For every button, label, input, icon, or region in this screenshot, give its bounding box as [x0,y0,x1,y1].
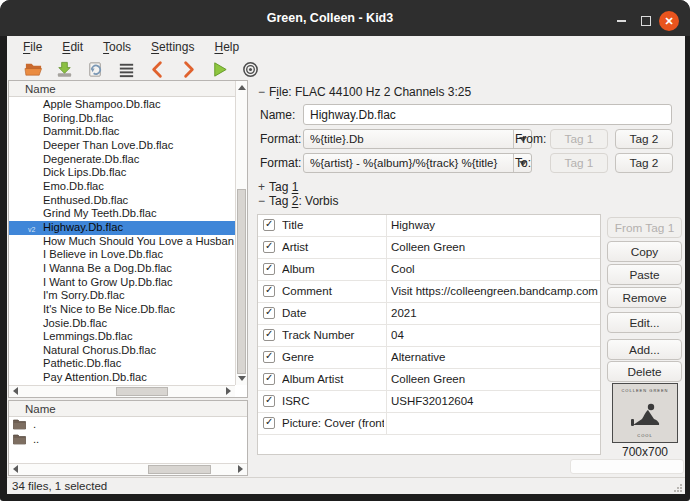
tag-field-checkbox[interactable] [263,417,275,429]
file-row[interactable]: I Believe in Love.Db.flac [9,248,235,262]
collapse-toggle-icon[interactable]: − [258,85,269,99]
tag-row[interactable]: Title Highway [258,215,600,237]
tag-field-checkbox[interactable] [263,351,275,363]
tag-field-value[interactable]: Colleen Green [391,369,598,390]
tag-row[interactable]: Date 2021 [258,303,600,325]
add-button[interactable]: Add... [607,339,682,360]
next-file-icon[interactable] [178,59,198,79]
file-row[interactable]: I Wanna Be a Dog.Db.flac [9,262,235,276]
tag-field-value[interactable]: Highway [391,215,598,236]
tag-field-value[interactable]: USHF32012604 [391,391,598,412]
menu-item[interactable]: File [13,38,52,56]
file-row[interactable]: Deeper Than Love.Db.flac [9,139,235,153]
file-list-horizontal-scrollbar[interactable] [9,385,235,397]
file-section-header[interactable]: −File: FLAC 44100 Hz 2 Channels 3:25 [258,85,471,99]
tag-field-value[interactable]: 04 [391,325,598,346]
remove-button[interactable]: Remove [607,287,682,308]
scroll-down-icon[interactable] [238,376,246,381]
file-row[interactable]: Lemmings.Db.flac [9,330,235,344]
file-row[interactable]: Natural Chorus.Db.flac [9,344,235,358]
scrollbar-thumb[interactable] [116,387,168,396]
file-row[interactable]: Grind My Teeth.Db.flac [9,207,235,221]
folder-list-horizontal-scrollbar[interactable] [9,463,247,475]
to-tag2-button[interactable]: Tag 2 [615,153,673,173]
tag1-section-header[interactable]: +Tag 1 [258,180,298,194]
scroll-right-icon[interactable] [238,465,243,473]
file-row[interactable]: Dick Lips.Db.flac [9,166,235,180]
file-row[interactable]: Apple Shampoo.Db.flac [9,98,235,112]
tag-row[interactable]: Album Cool [258,259,600,281]
file-row[interactable]: Josie.Db.flac [9,317,235,331]
file-row[interactable]: Pay Attention.Db.flac [9,371,235,385]
tag-field-checkbox[interactable] [263,263,275,275]
scroll-left-icon[interactable] [13,465,18,473]
maximize-button[interactable] [636,11,656,31]
open-folder-icon[interactable] [23,59,43,79]
file-row[interactable]: Pathetic.Db.flac [9,357,235,371]
file-row[interactable]: Boring.Db.flac [9,112,235,126]
scroll-left-icon[interactable] [13,387,18,395]
menu-item[interactable]: Tools [93,38,141,56]
file-row[interactable]: v2Highway.Db.flac [9,221,235,235]
tag-field-value[interactable]: Visit https://colleengreen.bandcamp.com [391,281,598,302]
expand-toggle-icon[interactable]: + [258,180,269,194]
tag-field-checkbox[interactable] [263,373,275,385]
tag-field-checkbox[interactable] [263,329,275,341]
to-tag1-button[interactable]: Tag 1 [550,153,608,173]
paste-button[interactable]: Paste [607,264,682,285]
copy-button[interactable]: Copy [607,241,682,262]
tag-row[interactable]: Picture: Cover (front) [258,413,600,435]
from-tag1-button[interactable]: Tag 1 [550,129,608,149]
from-tag2-button[interactable]: Tag 2 [615,129,673,149]
close-button[interactable]: ✕ [659,11,679,31]
tag-field-checkbox[interactable] [263,285,275,297]
play-icon[interactable] [209,59,229,79]
tag-field-checkbox[interactable] [263,219,275,231]
save-icon[interactable] [54,59,74,79]
revert-icon[interactable] [85,59,105,79]
tag-row[interactable]: Album Artist Colleen Green [258,369,600,391]
tag-field-value[interactable]: Cool [391,259,598,280]
tag-row[interactable]: Track Number 04 [258,325,600,347]
tag-field-value[interactable]: Colleen Green [391,237,598,258]
tag-field-value[interactable]: Alternative [391,347,598,368]
file-list-header[interactable]: Name [9,81,247,97]
filename-input[interactable] [303,104,672,125]
scrollbar-thumb[interactable] [148,465,211,474]
file-row[interactable]: Degenerate.Db.flac [9,153,235,167]
tag-row[interactable]: Genre Alternative [258,347,600,369]
tag2-section-header[interactable]: −Tag 2: Vorbis [258,194,338,208]
from-tag-1-button[interactable]: From Tag 1 [607,217,682,238]
file-list-vertical-scrollbar[interactable] [235,81,247,385]
file-row[interactable]: Enthused.Db.flac [9,194,235,208]
folder-row[interactable]: .. [9,432,247,447]
scroll-up-icon[interactable] [238,85,246,90]
scrollbar-thumb[interactable] [237,189,246,374]
file-row[interactable]: Emo.Db.flac [9,180,235,194]
folder-list-header[interactable]: Name [9,401,247,417]
file-row[interactable]: I'm Sorry.Db.flac [9,289,235,303]
format-down-combobox[interactable]: %{artist} - %{album}/%{track} %{title} [303,153,532,173]
file-row[interactable]: Dammit.Db.flac [9,125,235,139]
collapse-toggle-icon[interactable]: − [258,194,269,208]
edit-button[interactable]: Edit... [607,312,682,333]
format-up-combobox[interactable]: %{title}.Db [303,129,532,149]
delete-button[interactable]: Delete [607,361,682,382]
scroll-right-icon[interactable] [226,387,231,395]
file-row[interactable]: It's Nice to Be Nice.Db.flac [9,303,235,317]
tag-field-checkbox[interactable] [263,241,275,253]
tag-row[interactable]: Artist Colleen Green [258,237,600,259]
file-row[interactable]: I Want to Grow Up.Db.flac [9,276,235,290]
minimize-button[interactable] [611,11,631,31]
file-row[interactable]: How Much Should You Love a Husban [9,235,235,249]
previous-file-icon[interactable] [147,59,167,79]
tag-row[interactable]: Comment Visit https://colleengreen.bandc… [258,281,600,303]
menu-item[interactable]: Help [204,38,249,56]
menu-item[interactable]: Settings [141,38,204,56]
tag-field-checkbox[interactable] [263,307,275,319]
tag-row[interactable]: ISRC USHF32012604 [258,391,600,413]
folder-row[interactable]: . [9,417,247,432]
tag-field-checkbox[interactable] [263,395,275,407]
resize-grip[interactable] [673,483,683,493]
titlebar[interactable]: Green, Colleen - Kid3 ✕ [0,0,690,36]
